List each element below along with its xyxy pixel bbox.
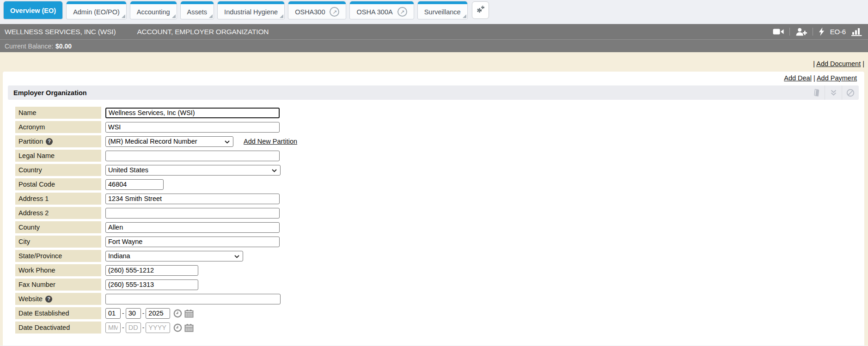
clock-icon[interactable] [173,309,182,318]
tab-settings-button[interactable] [472,1,489,19]
form-row-work-phone: Work Phone [15,264,864,276]
tab-osha-300a[interactable]: OSHA 300A [350,1,413,19]
tab-overview-eo[interactable]: Overview (EO) [4,1,62,19]
calendar-icon[interactable] [184,309,194,318]
bar-chart-icon[interactable] [851,27,862,36]
separator: | [862,60,864,67]
balance-bar: Current Balance: $0.00 [0,39,868,52]
panel-quick-links: Add Deal | Add Payment [3,74,864,85]
field-label-text: Website [18,295,43,303]
form-row-postal-code: Postal Code [15,178,864,190]
tab-osha300[interactable]: OSHA300 [288,1,346,19]
field-value [105,194,280,204]
tab-label: Surveillance [424,8,461,16]
book-icon[interactable] [808,85,825,100]
name-input[interactable] [105,108,280,118]
date-separator: - [122,310,124,317]
website-input[interactable] [105,294,281,304]
form-row-acronym: Acronym [15,121,864,133]
lightning-icon[interactable] [819,27,825,36]
field-value [105,151,280,161]
field-label-text: Date Deactivated [18,324,70,331]
content-area: | Add Document | Add Deal | Add Payment … [0,52,868,346]
open-external-arrow-icon[interactable] [330,7,339,17]
tab-dropdown-fold-icon [463,14,466,18]
tab-label: Accounting [137,8,170,16]
field-value: (MR) Medical Record NumberAdd New Partit… [105,136,297,147]
state-province-select[interactable]: Indiana [105,251,243,261]
panel-header: Employer Organization [8,85,859,100]
field-label-text: Work Phone [18,267,55,274]
tab-industrial-hygiene[interactable]: Industrial Hygiene [218,1,284,19]
address-2-input[interactable] [105,208,280,219]
fax-number-input[interactable] [105,279,198,290]
form-row-legal-name: Legal Name [15,150,864,162]
county-input[interactable] [105,222,280,233]
video-camera-icon[interactable] [773,28,784,35]
chevron-down-icon [225,138,230,145]
tab-dropdown-fold-icon [172,14,176,18]
field-label-text: Acronym [18,123,45,131]
field-label-text: Partition [18,138,43,145]
tab-surveillance[interactable]: Surveillance [418,1,467,19]
date-separator: - [142,324,145,331]
tab-dropdown-fold-icon [280,14,283,18]
separator: | [813,60,815,67]
clock-icon[interactable] [173,323,182,332]
date-established-yyyy-input[interactable] [146,308,170,319]
account-name: WELLNESS SERVICES, INC (WSI) [5,28,116,36]
work-phone-input[interactable] [105,265,198,276]
date-established-dd-input[interactable] [126,308,141,319]
add-new-partition-link[interactable]: Add New Partition [244,138,297,145]
acronym-input[interactable] [105,122,280,133]
date-deactivated-yyyy-input[interactable] [146,322,170,333]
field-label: Postal Code [15,178,101,190]
add-deal-link[interactable]: Add Deal [784,74,812,82]
form-row-city: City [15,236,864,248]
address-1-input[interactable] [105,194,280,204]
partition-select[interactable]: (MR) Medical Record Number [105,136,233,147]
page-title: ACCOUNT, EMPLOYER ORGANIZATION [137,28,269,36]
field-value: Indiana [105,251,243,261]
field-value [105,237,280,247]
help-icon[interactable] [46,138,53,145]
city-input[interactable] [105,237,280,247]
tab-dropdown-fold-icon [209,14,213,18]
open-external-arrow-icon[interactable] [397,7,407,17]
tab-assets[interactable]: Assets [181,1,214,19]
employer-organization-panel: Add Deal | Add Payment Employer Organiza… [3,72,864,346]
separator: | [813,74,815,82]
selected-option: United States [108,166,272,174]
date-separator: - [122,324,124,331]
legal-name-input[interactable] [105,151,280,161]
form-row-partition: Partition(MR) Medical Record NumberAdd N… [15,135,864,147]
tab-list: Overview (EO)Admin (EO/PO)AccountingAsse… [4,1,467,19]
field-value [105,208,280,219]
date-deactivated-mm-input[interactable] [105,322,121,333]
field-label: Acronym [15,121,101,133]
chevron-down-icon [272,166,277,174]
country-select[interactable]: United States [105,165,281,176]
add-payment-link[interactable]: Add Payment [817,74,857,82]
double-chevron-down-icon[interactable] [825,85,842,100]
date-established-mm-input[interactable] [105,308,121,319]
date-deactivated-dd-input[interactable] [126,322,141,333]
help-icon[interactable] [45,296,52,303]
date-separator: - [142,310,145,317]
add-user-icon[interactable] [795,28,807,36]
form-row-date-established: Date Established-- [15,307,864,319]
field-label: County [15,221,101,233]
field-label: State/Province [15,250,101,262]
selected-option: Indiana [108,252,234,260]
tab-admin-eo-po[interactable]: Admin (EO/PO) [67,1,126,19]
field-label: Name [15,107,101,119]
tab-label: Admin (EO/PO) [73,8,120,16]
tab-bar: Overview (EO)Admin (EO/PO)AccountingAsse… [0,0,868,24]
add-document-link[interactable]: Add Document [816,60,861,67]
calendar-icon[interactable] [184,323,194,332]
tab-accounting[interactable]: Accounting [130,1,177,19]
block-icon[interactable] [842,85,859,100]
field-label: Date Deactivated [15,322,101,334]
tab-dropdown-fold-icon [122,14,125,18]
postal-code-input[interactable] [105,179,164,190]
